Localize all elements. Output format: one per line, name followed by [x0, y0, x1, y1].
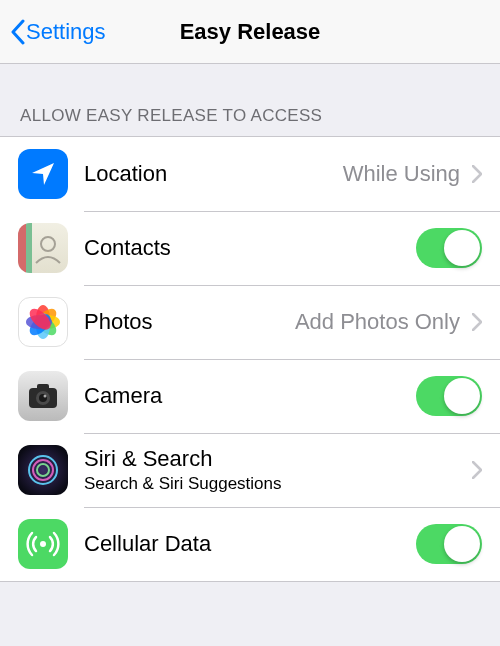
row-photos[interactable]: Photos Add Photos Only: [0, 285, 500, 359]
contacts-icon: [18, 223, 68, 273]
row-label-col: Siri & Search Search & Siri Suggestions: [84, 446, 468, 494]
row-label-col: Location: [84, 161, 343, 187]
chevron-right-icon: [472, 313, 482, 331]
row-value: Add Photos Only: [295, 309, 460, 335]
svg-point-15: [44, 395, 47, 398]
permissions-list: Location While Using Contacts: [0, 136, 500, 582]
row-label: Cellular Data: [84, 531, 416, 557]
row-label: Camera: [84, 383, 416, 409]
toggle-camera[interactable]: [416, 376, 482, 416]
toggle-cellular[interactable]: [416, 524, 482, 564]
cellular-icon: [18, 519, 68, 569]
row-label: Photos: [84, 309, 295, 335]
row-cellular: Cellular Data: [0, 507, 500, 581]
siri-icon: [18, 445, 68, 495]
row-siri[interactable]: Siri & Search Search & Siri Suggestions: [0, 433, 500, 507]
row-location[interactable]: Location While Using: [0, 137, 500, 211]
nav-bar: Settings Easy Release: [0, 0, 500, 64]
row-label-col: Camera: [84, 383, 416, 409]
svg-point-2: [41, 237, 55, 251]
row-value: While Using: [343, 161, 460, 187]
row-sublabel: Search & Siri Suggestions: [84, 474, 468, 494]
back-label: Settings: [26, 19, 106, 45]
svg-point-18: [37, 464, 49, 476]
location-icon: [18, 149, 68, 199]
section-header: ALLOW EASY RELEASE TO ACCESS: [0, 64, 500, 136]
photos-icon: [18, 297, 68, 347]
row-label: Location: [84, 161, 343, 187]
toggle-contacts[interactable]: [416, 228, 482, 268]
row-label-col: Contacts: [84, 235, 416, 261]
row-label: Contacts: [84, 235, 416, 261]
row-camera: Camera: [0, 359, 500, 433]
back-button[interactable]: Settings: [0, 19, 106, 45]
chevron-right-icon: [472, 461, 482, 479]
chevron-right-icon: [472, 165, 482, 183]
camera-icon: [18, 371, 68, 421]
chevron-left-icon: [10, 19, 26, 45]
row-label: Siri & Search: [84, 446, 468, 472]
row-label-col: Cellular Data: [84, 531, 416, 557]
row-label-col: Photos: [84, 309, 295, 335]
svg-point-19: [40, 541, 46, 547]
svg-rect-1: [26, 223, 32, 273]
row-contacts: Contacts: [0, 211, 500, 285]
svg-rect-0: [18, 223, 26, 273]
svg-rect-12: [37, 384, 49, 390]
